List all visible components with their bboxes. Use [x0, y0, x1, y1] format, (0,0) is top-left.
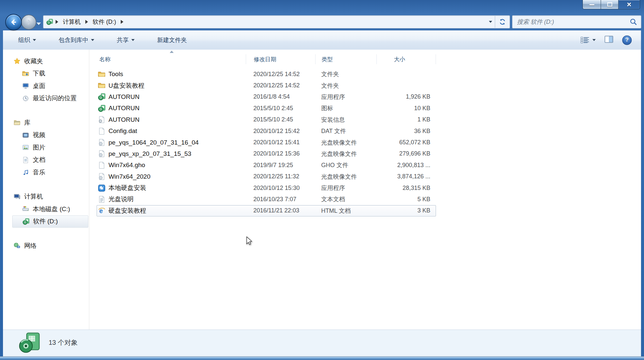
sidebar-item[interactable]: 音乐: [3, 166, 89, 179]
file-size-cell: 1 KB: [376, 116, 435, 123]
file-row[interactable]: 本地硬盘安装2020/10/12 15:30应用程序28,315 KB: [97, 182, 436, 194]
back-button[interactable]: [5, 14, 22, 30]
toolbar-button[interactable]: 新建文件夹: [154, 34, 190, 46]
disc-image-icon: [98, 150, 106, 158]
file-name: Tools: [108, 70, 123, 78]
picture-icon: [22, 144, 29, 151]
sidebar-section[interactable]: 计算机: [3, 191, 89, 203]
file-size: 28,315 KB: [403, 185, 430, 191]
desktop-icon: [22, 82, 29, 89]
app-blue-icon: [98, 184, 106, 192]
file-row[interactable]: e硬盘安装教程2016/11/21 22:03HTML 文档3 KB: [97, 205, 436, 216]
search-icon[interactable]: [628, 18, 638, 26]
sidebar-item[interactable]: 桌面: [3, 80, 89, 92]
sidebar-section-label: 计算机: [24, 192, 43, 201]
forward-button[interactable]: [21, 15, 36, 30]
column-header[interactable]: 名称: [97, 54, 246, 64]
column-header[interactable]: 类型: [316, 54, 377, 64]
file-type-cell: 文件夹: [315, 70, 376, 78]
help-icon: ?: [625, 37, 628, 43]
recent-pages-chevron-icon[interactable]: [36, 22, 41, 25]
file-row[interactable]: pe_yqs_xp_20_07_31_15_532020/10/12 15:36…: [97, 148, 436, 159]
sidebar-section[interactable]: 网络: [3, 240, 89, 252]
file-size: 652,072 KB: [399, 139, 430, 146]
file-row[interactable]: Win7x64_20202020/12/25 11:32光盘映像文件3,874,…: [97, 171, 436, 182]
close-button[interactable]: [619, 0, 640, 9]
search-input[interactable]: [512, 19, 628, 25]
file-row[interactable]: Win7x64.gho2019/9/7 19:25GHO 文件2,900,813…: [97, 159, 436, 171]
file-name: Win7x64.gho: [108, 161, 145, 169]
video-icon: [22, 132, 29, 139]
change-view-button[interactable]: [580, 36, 596, 44]
sidebar-section[interactable]: 库: [3, 116, 89, 129]
breadcrumb-segment[interactable]: 软件 (D:): [91, 18, 118, 26]
file-type-cell: GHO 文件: [315, 161, 376, 169]
file-row[interactable]: Config.dat2020/10/12 15:42DAT 文件36 KB: [97, 125, 436, 137]
file-name-cell: e硬盘安装教程: [97, 206, 246, 215]
file-row[interactable]: AUTORUN2016/1/8 4:54应用程序1,926 KB: [97, 91, 436, 103]
file-type: 文本文档: [321, 196, 345, 202]
sidebar-item[interactable]: 最近访问的位置: [3, 92, 89, 105]
file-size-cell: 3,874,126 ...: [376, 173, 435, 180]
command-bar-right: ?: [580, 30, 632, 50]
file-date-cell: 2020/10/12 15:41: [246, 139, 315, 146]
toolbar-button[interactable]: 共享: [114, 34, 137, 46]
file-row[interactable]: U盘安装教程2020/12/25 14:52文件夹: [97, 80, 436, 91]
sidebar-item[interactable]: 视频: [3, 129, 89, 142]
breadcrumb-separator-icon: [121, 20, 123, 24]
sidebar-item[interactable]: 文档: [3, 154, 89, 166]
file-date-cell: 2019/9/7 19:25: [246, 162, 315, 169]
refresh-button[interactable]: [495, 16, 510, 28]
command-bar: 组织包含到库中共享新建文件夹 ?: [3, 30, 641, 50]
help-button[interactable]: ?: [622, 35, 632, 45]
sidebar-item-label: 软件 (D:): [33, 217, 58, 226]
sidebar-section-label: 网络: [24, 242, 37, 250]
file-date: 2020/10/12 15:42: [253, 128, 300, 134]
address-bar[interactable]: 计算机软件 (D:): [43, 15, 510, 28]
sidebar-item[interactable]: 软件 (D:): [12, 215, 88, 228]
file-size-cell: 279,696 KB: [376, 150, 435, 157]
breadcrumb-segment[interactable]: 计算机: [61, 18, 83, 26]
file-size: 279,696 KB: [399, 150, 430, 157]
file-row[interactable]: AUTORUN2015/5/10 2:45安装信息1 KB: [97, 114, 436, 125]
file-row[interactable]: Tools2020/12/25 14:52文件夹: [97, 68, 436, 80]
file-row[interactable]: AUTORUN2015/5/10 2:45图标10 KB: [97, 103, 436, 114]
chevron-down-icon: [131, 39, 135, 41]
sidebar-item[interactable]: 下载: [3, 68, 89, 80]
column-header-label: 名称: [99, 56, 110, 63]
file-type-cell: 光盘映像文件: [315, 139, 376, 147]
file-date-cell: 2020/10/12 15:36: [246, 150, 315, 157]
drive-c-icon: [22, 205, 29, 212]
file-name: Win7x64_2020: [108, 173, 150, 180]
column-header[interactable]: 大小: [377, 54, 436, 64]
drive-software-icon: [18, 332, 41, 354]
toolbar-button[interactable]: 组织: [16, 34, 39, 46]
file-name: 本地硬盘安装: [108, 184, 146, 192]
sidebar-section[interactable]: 收藏夹: [3, 55, 89, 68]
file-date: 2020/10/12 15:30: [253, 185, 300, 191]
file-size-cell: 3 KB: [376, 207, 435, 214]
file-row[interactable]: pe_yqs_1064_20_07_31_16_042020/10/12 15:…: [97, 137, 436, 148]
sidebar-section-label: 库: [24, 118, 30, 127]
file-type-cell: DAT 文件: [315, 127, 376, 135]
sidebar-item[interactable]: 图片: [3, 141, 89, 154]
library-icon: [14, 119, 21, 126]
column-header[interactable]: 修改日期: [246, 54, 316, 64]
column-header-label: 大小: [394, 56, 405, 63]
chevron-down-icon: [592, 39, 596, 41]
sidebar-item-label: 下载: [33, 69, 45, 78]
file-type-cell: 安装信息: [315, 116, 376, 124]
file-date: 2020/10/12 15:41: [253, 139, 300, 146]
breadcrumb-separator-icon: [85, 20, 88, 24]
minimize-button[interactable]: [582, 0, 601, 9]
preview-pane-button[interactable]: [604, 35, 614, 45]
file-row[interactable]: 光盘说明2016/10/23 7:07文本文档5 KB: [97, 194, 436, 205]
maximize-button[interactable]: [601, 0, 619, 9]
sidebar-item[interactable]: 本地磁盘 (C:): [3, 203, 89, 215]
toolbar-button[interactable]: 包含到库中: [56, 34, 97, 46]
disc-green-icon: [98, 93, 106, 101]
address-dropdown-button[interactable]: [486, 17, 495, 27]
breadcrumb-separator-icon: [56, 20, 58, 24]
toolbar-button-label: 组织: [18, 36, 30, 44]
file-date-cell: 2015/5/10 2:45: [246, 116, 315, 123]
